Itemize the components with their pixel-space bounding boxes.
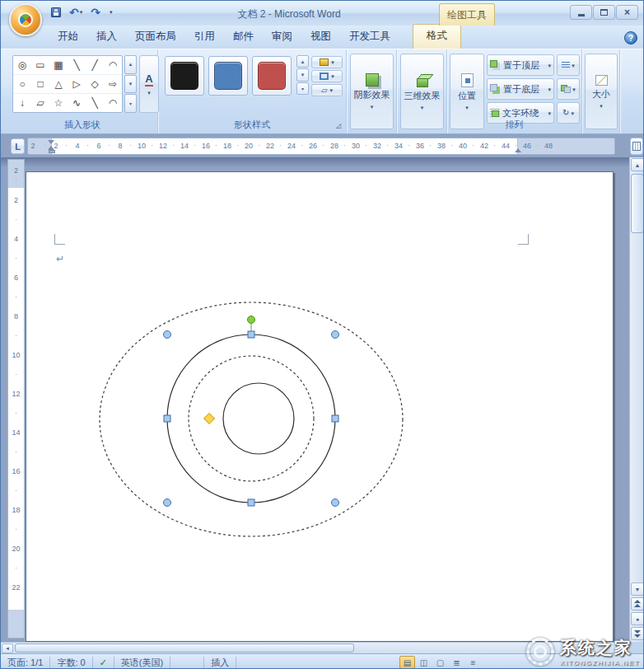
shape-style-blue[interactable] [208,56,248,96]
resize-handle-top-left[interactable] [164,331,171,339]
word-count[interactable]: 字数: 0 [50,657,92,668]
shape-icon[interactable]: ☆ [49,94,68,112]
resize-handle-top[interactable] [248,331,254,338]
tab-format[interactable]: 格式 [413,24,461,49]
change-shape-button[interactable]: ▱▾ [311,84,343,96]
right-indent-marker[interactable] [515,148,521,152]
style-scroll-up-button[interactable]: ▲ [296,55,309,68]
shape-icon[interactable]: □ [31,75,49,93]
ruler-tick: · [44,141,46,149]
resize-handle-top-right[interactable] [332,331,339,339]
tab-review[interactable]: 审阅 [263,26,301,49]
shape-icon[interactable]: ▷ [68,75,86,93]
view-web-layout-button[interactable]: ▢ [432,656,448,669]
resize-handle-bottom-left[interactable] [164,499,171,507]
gallery-scroll-down-button[interactable]: ▼ [124,75,137,94]
shape-icon[interactable]: ▭ [31,56,49,74]
view-draft-button[interactable]: ≡ [465,656,481,669]
tab-references[interactable]: 引用 [185,26,224,49]
align-button[interactable]: ▾ [557,54,580,76]
proofing-status-icon[interactable]: ✓ [93,657,114,668]
bring-to-front-button[interactable]: 置于顶层 ▾ [487,54,554,76]
ruler-tick: · [429,141,432,149]
send-to-back-button[interactable]: 置于底层 ▾ [487,78,554,100]
shape-icon[interactable]: ◎ [13,56,31,74]
insert-mode-indicator[interactable]: 插入 [203,657,236,668]
vertical-ruler[interactable]: 22·4·6·8·10·12·14·16·18·20·22· [7,159,25,639]
minimize-button[interactable] [570,5,592,20]
drawing-canvas[interactable] [26,172,614,642]
three-d-effects-button[interactable]: 三维效果 ▾ [400,54,444,129]
shape-icon[interactable]: ◠ [104,56,122,74]
resize-handle-bottom[interactable] [248,499,254,506]
view-fullscreen-reading-button[interactable]: ◫ [416,656,432,669]
adjust-handle[interactable] [204,414,215,424]
shape-icon[interactable]: ◠ [104,94,122,112]
first-line-indent-marker[interactable] [48,140,54,144]
scroll-up-button[interactable]: ▲ [631,158,644,171]
inner-circle[interactable] [223,383,294,454]
view-print-layout-button[interactable]: ▤ [399,656,415,669]
tab-stop-selector[interactable]: L [11,138,25,154]
vertical-scroll-thumb[interactable] [631,174,644,233]
previous-page-button[interactable] [631,597,644,611]
shape-style-black[interactable] [165,56,204,96]
scroll-down-button[interactable]: ▼ [631,582,644,596]
resize-handle-bottom-right[interactable] [332,499,339,507]
document-page[interactable]: ↵ [26,171,614,642]
dialog-launcher-button[interactable]: ◿ [334,121,343,131]
vertical-scrollbar[interactable]: ▲ ▼ ● [629,157,644,642]
shape-icon[interactable]: ⇨ [104,75,122,93]
shape-outline-button[interactable]: ▾ [311,70,343,82]
horizontal-ruler[interactable]: 22·4·6·8·10·12·14·16·18·20·22·24·26·28·3… [27,138,615,155]
office-button[interactable] [9,3,42,36]
shape-icon[interactable]: ╲ [86,94,104,112]
group-label-arrange: 排列 [447,119,581,131]
resize-handle-left[interactable] [164,415,170,422]
view-outline-button[interactable]: ≣ [449,656,464,669]
shadow-effects-button[interactable]: 阴影效果 ▾ [350,54,394,129]
undo-button[interactable]: ↶▾ [67,5,85,20]
tab-mailings[interactable]: 邮件 [224,26,263,49]
qat-customize-button[interactable]: ▾ [106,5,115,20]
ruler-toggle-button[interactable] [630,138,643,155]
language-indicator[interactable]: 英语(美国) [114,657,170,668]
page-indicator[interactable]: 页面: 1/1 [1,657,50,668]
resize-handle-right[interactable] [332,415,338,422]
shape-fill-button[interactable]: ▾ [311,56,343,68]
tab-page-layout[interactable]: 页面布局 [126,26,185,49]
shape-icon[interactable]: ↓ [13,94,31,112]
group-objects-button[interactable]: ▾ [557,78,580,100]
rotate-handle[interactable] [248,316,255,324]
shape-icon[interactable]: ◇ [86,75,104,93]
scroll-left-button[interactable]: ◄ [2,643,13,653]
tab-view[interactable]: 视图 [301,26,340,49]
save-button[interactable] [49,5,63,20]
shape-icon[interactable]: ▱ [31,94,49,112]
select-browse-object-button[interactable]: ● [631,612,644,625]
maximize-button[interactable] [593,5,615,20]
shape-icon[interactable]: ○ [13,75,31,93]
shape-icon[interactable]: ▦ [49,56,68,74]
help-button[interactable]: ? [624,31,637,44]
shape-icon[interactable]: ╱ [86,56,104,74]
tab-insert[interactable]: 插入 [87,26,126,49]
style-more-button[interactable]: ▾ [296,82,309,95]
horizontal-scroll-thumb[interactable] [15,643,354,653]
edit-text-button[interactable]: A ▾ [139,55,159,113]
shape-icon[interactable]: △ [49,75,68,93]
tab-home[interactable]: 开始 [49,26,87,49]
shape-icon[interactable]: ∿ [68,94,86,112]
gallery-more-button[interactable]: ▾ [124,94,137,113]
gallery-scroll-up-button[interactable]: ▲ [124,55,137,74]
shape-style-red[interactable] [252,56,292,96]
tab-developer[interactable]: 开发工具 [340,26,399,49]
left-indent-marker[interactable] [49,150,55,153]
bring-to-front-label: 置于顶层 [503,59,545,72]
close-button[interactable]: × [616,5,638,20]
size-button[interactable]: 大小 ▾ [585,54,618,129]
selected-circle[interactable] [167,334,335,503]
redo-button[interactable]: ↷ [88,5,103,20]
style-scroll-down-button[interactable]: ▼ [296,68,309,81]
shape-icon[interactable]: ╲ [68,56,86,74]
